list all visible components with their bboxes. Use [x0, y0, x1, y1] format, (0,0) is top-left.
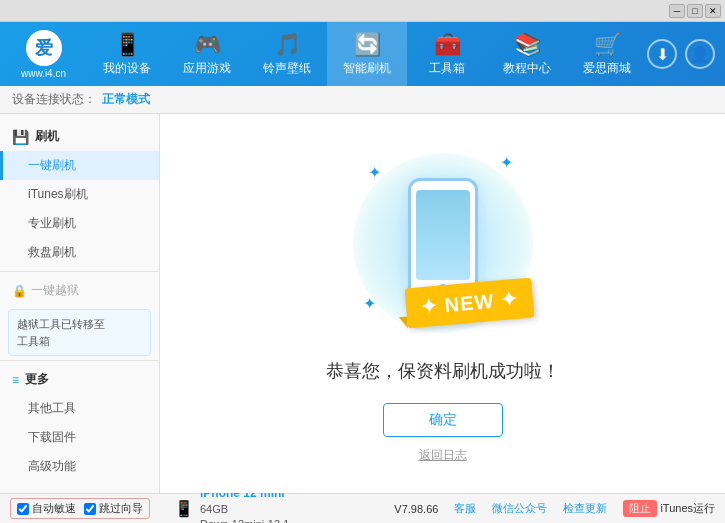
tutorials-icon: 📚 [514, 32, 541, 58]
nav-items: 📱 我的设备 🎮 应用游戏 🎵 铃声壁纸 🔄 智能刷机 🧰 工具箱 📚 教程中心… [87, 22, 647, 86]
new-text: NEW [443, 290, 494, 316]
device-icon: 📱 [174, 499, 194, 518]
sidebar-item-itunes-flash[interactable]: iTunes刷机 [0, 180, 159, 209]
user-button[interactable]: 👤 [685, 39, 715, 69]
close-button[interactable]: ✕ [705, 4, 721, 18]
auto-start-label: 自动敏速 [32, 501, 76, 516]
status-label: 设备连接状态： [12, 91, 96, 108]
bottom-bar: 自动敏速 跳过向导 📱 iPhone 12 mini 64GB Down-12m… [0, 493, 725, 523]
bottom-right: V7.98.66 客服 微信公众号 检查更新 阻止 iTunes运行 [394, 500, 715, 517]
flash-section-icon: 💾 [12, 129, 29, 145]
new-star-left: ✦ [419, 295, 439, 318]
guided-input[interactable] [84, 503, 96, 515]
new-star-right: ✦ [499, 288, 519, 311]
download-button[interactable]: ⬇ [647, 39, 677, 69]
nav-ringtones-label: 铃声壁纸 [263, 60, 311, 77]
nav-store[interactable]: 🛒 爱思商城 [567, 22, 647, 86]
main-layout: 💾 刷机 一键刷机 iTunes刷机 专业刷机 救盘刷机 🔒 一键越狱 越狱工具… [0, 114, 725, 493]
sidebar-item-save-flash[interactable]: 救盘刷机 [0, 238, 159, 267]
auto-start-checkbox[interactable]: 自动敏速 [17, 501, 76, 516]
toolbox-icon: 🧰 [434, 32, 461, 58]
smart-flash-icon: 🔄 [354, 32, 381, 58]
nav-my-device-label: 我的设备 [103, 60, 151, 77]
sparkle-icon-2: ✦ [500, 153, 513, 172]
header: 爱 www.i4.cn 📱 我的设备 🎮 应用游戏 🎵 铃声壁纸 🔄 智能刷机 … [0, 22, 725, 86]
apps-games-icon: 🎮 [194, 32, 221, 58]
sparkle-icon-3: ✦ [363, 294, 376, 313]
content-area: ✦ ✦ ✦ ✦ NEW ✦ 恭喜您，保资料刷机成功啦！ 确定 返回日志 [160, 114, 725, 493]
itunes-run-label: iTunes运行 [660, 501, 715, 516]
nav-ringtones[interactable]: 🎵 铃声壁纸 [247, 22, 327, 86]
nav-tutorials-label: 教程中心 [503, 60, 551, 77]
sidebar-item-other-tools[interactable]: 其他工具 [0, 394, 159, 423]
minimize-button[interactable]: ─ [669, 4, 685, 18]
phone-screen [416, 190, 470, 280]
nav-store-label: 爱思商城 [583, 60, 631, 77]
sidebar-divider-2 [0, 360, 159, 361]
flash-section-label: 刷机 [35, 128, 59, 145]
nav-apps-games-label: 应用游戏 [183, 60, 231, 77]
nav-smart-flash-label: 智能刷机 [343, 60, 391, 77]
ringtones-icon: 🎵 [274, 32, 301, 58]
nav-tutorials[interactable]: 📚 教程中心 [487, 22, 567, 86]
sidebar-note: 越狱工具已转移至工具箱 [8, 309, 151, 356]
flash-section-header: 💾 刷机 [0, 122, 159, 151]
success-message: 恭喜您，保资料刷机成功啦！ [326, 359, 560, 383]
device-model: Down-12mini-13,1 [200, 517, 289, 523]
sparkle-icon-1: ✦ [368, 163, 381, 182]
auto-start-input[interactable] [17, 503, 29, 515]
sidebar-disabled-jailbreak: 🔒 一键越狱 [0, 276, 159, 305]
check-update-link[interactable]: 检查更新 [563, 501, 607, 516]
guided-checkbox[interactable]: 跳过向导 [84, 501, 143, 516]
wechat-link[interactable]: 微信公众号 [492, 501, 547, 516]
disabled-label: 一键越狱 [31, 282, 79, 299]
phone-illustration: ✦ ✦ ✦ ✦ NEW ✦ [343, 143, 543, 343]
store-icon: 🛒 [594, 32, 621, 58]
itunes-status: 阻止 iTunes运行 [623, 500, 715, 517]
more-section-header: ≡ 更多 [0, 365, 159, 394]
logo[interactable]: 爱 www.i4.cn [0, 30, 87, 79]
sidebar-divider-1 [0, 271, 159, 272]
sidebar: 💾 刷机 一键刷机 iTunes刷机 专业刷机 救盘刷机 🔒 一键越狱 越狱工具… [0, 114, 160, 493]
logo-url: www.i4.cn [21, 68, 66, 79]
version-label: V7.98.66 [394, 503, 438, 515]
lock-icon: 🔒 [12, 284, 27, 298]
bottom-left: 自动敏速 跳过向导 [10, 498, 170, 519]
titlebar: ─ □ ✕ [0, 0, 725, 22]
sidebar-item-advanced[interactable]: 高级功能 [0, 452, 159, 481]
customer-service-link[interactable]: 客服 [454, 501, 476, 516]
sidebar-item-onekey-flash[interactable]: 一键刷机 [0, 151, 159, 180]
more-section-label: 更多 [25, 371, 49, 388]
guided-label: 跳过向导 [99, 501, 143, 516]
sidebar-item-pro-flash[interactable]: 专业刷机 [0, 209, 159, 238]
status-value: 正常模式 [102, 91, 150, 108]
nav-apps-games[interactable]: 🎮 应用游戏 [167, 22, 247, 86]
confirm-button[interactable]: 确定 [383, 403, 503, 437]
device-storage: 64GB [200, 502, 289, 517]
stop-itunes-button[interactable]: 阻止 [623, 500, 657, 517]
more-icon: ≡ [12, 373, 19, 387]
logo-icon: 爱 [26, 30, 62, 66]
maximize-button[interactable]: □ [687, 4, 703, 18]
nav-toolbox[interactable]: 🧰 工具箱 [407, 22, 487, 86]
nav-my-device[interactable]: 📱 我的设备 [87, 22, 167, 86]
nav-right: ⬇ 👤 [647, 39, 725, 69]
sidebar-item-download-fw[interactable]: 下载固件 [0, 423, 159, 452]
status-bar: 设备连接状态： 正常模式 [0, 86, 725, 114]
my-device-icon: 📱 [114, 32, 141, 58]
checkbox-group: 自动敏速 跳过向导 [10, 498, 150, 519]
nav-toolbox-label: 工具箱 [429, 60, 465, 77]
nav-smart-flash[interactable]: 🔄 智能刷机 [327, 22, 407, 86]
back-link[interactable]: 返回日志 [419, 447, 467, 464]
